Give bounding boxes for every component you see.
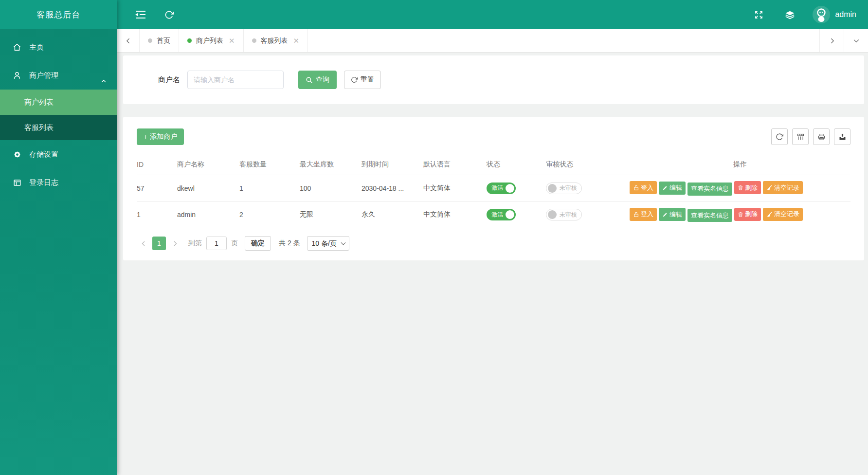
tab-label: 首页	[157, 37, 170, 45]
toggle-label: 未审核	[560, 184, 577, 192]
action-label: 编辑	[669, 183, 682, 192]
home-icon	[12, 42, 22, 52]
status-toggle[interactable]: 激活	[487, 183, 516, 194]
cell-id: 1	[137, 201, 177, 228]
table-columns-button[interactable]	[792, 128, 809, 145]
gear-icon	[12, 149, 22, 159]
user-icon	[12, 71, 22, 80]
sidebar-item-label: 登录日志	[29, 178, 58, 187]
cell-agent-count: 1	[239, 175, 300, 202]
tab-label: 商户列表	[196, 37, 223, 45]
tab-dot	[148, 38, 152, 43]
cell-max-seats: 100	[300, 175, 362, 202]
col-agent-count: 客服数量	[239, 156, 300, 175]
cell-max-seats: 无限	[300, 201, 362, 228]
table-panel: + 添加商户	[123, 117, 864, 260]
confirm-button[interactable]: 确定	[245, 236, 271, 251]
cell-audit-status: 未审核	[546, 201, 630, 228]
table-refresh-button[interactable]	[771, 128, 788, 145]
cell-audit-status: 未审核	[546, 175, 630, 202]
close-icon[interactable]: ✕	[229, 37, 235, 44]
fullscreen-icon[interactable]	[754, 10, 763, 19]
status-toggle[interactable]: 激活	[487, 209, 516, 220]
tab-agent-list[interactable]: 客服列表 ✕	[244, 29, 308, 52]
trash-icon	[738, 184, 743, 191]
broom-icon	[766, 211, 773, 218]
prev-page-button[interactable]	[137, 237, 150, 250]
table-row: 57dkewl11002030-04-18 ...中文简体激活未审核登入编辑查看…	[137, 175, 850, 202]
tab-dot	[187, 38, 192, 43]
edit-button[interactable]: 编辑	[659, 182, 686, 195]
action-label: 删除	[745, 183, 758, 192]
lock-icon	[633, 184, 639, 191]
submenu-item-label: 商户列表	[24, 98, 54, 107]
chevron-up-icon	[100, 77, 108, 86]
col-actions: 操作	[630, 156, 850, 175]
add-merchant-button[interactable]: + 添加商户	[137, 128, 184, 145]
table-header-row: ID 商户名称 客服数量 最大坐席数 到期时间 默认语言 状态 审核状态 操作	[137, 156, 850, 175]
reset-button[interactable]: 重置	[344, 71, 381, 89]
layers-icon[interactable]	[785, 10, 795, 20]
cell-expire-time: 永久	[362, 201, 423, 228]
sidebar-item-merchant-list[interactable]: 商户列表	[0, 90, 117, 115]
cell-default-language: 中文简体	[423, 201, 487, 228]
app-title: 客服总后台	[0, 0, 117, 29]
topbar: admin	[117, 0, 868, 29]
tab-merchant-list[interactable]: 商户列表 ✕	[179, 29, 244, 52]
view-realname-button[interactable]: 查看实名信息	[687, 183, 732, 196]
sidebar-item-login-log[interactable]: 登录日志	[0, 168, 117, 197]
sidebar: 客服总后台 主页 商户管理 商户列表 客服列表	[0, 0, 117, 475]
refresh-icon[interactable]	[164, 10, 174, 19]
tab-home[interactable]: 首页	[140, 29, 179, 52]
trash-icon	[738, 211, 743, 218]
pencil-icon	[662, 212, 668, 218]
print-button[interactable]	[813, 128, 830, 145]
delete-button[interactable]: 删除	[734, 208, 761, 221]
page-unit-label: 页	[231, 239, 238, 248]
sidebar-item-agent-list[interactable]: 客服列表	[0, 115, 117, 140]
sidebar-item-label: 商户管理	[29, 71, 58, 80]
tabs-scroll-right-button[interactable]	[819, 29, 844, 52]
view-realname-button[interactable]: 查看实名信息	[687, 209, 732, 222]
tabs-menu-button[interactable]	[844, 29, 868, 52]
audit-toggle[interactable]: 未审核	[546, 209, 582, 220]
delete-button[interactable]: 删除	[734, 181, 761, 194]
page-number-button[interactable]: 1	[152, 237, 166, 250]
close-icon[interactable]: ✕	[293, 37, 300, 44]
merchant-name-input[interactable]	[187, 71, 284, 89]
total-count-label: 共 2 条	[279, 239, 300, 248]
clear-records-button[interactable]: 清空记录	[763, 208, 803, 221]
next-page-button[interactable]	[168, 237, 181, 250]
export-button[interactable]	[834, 128, 850, 145]
reset-icon	[351, 76, 358, 83]
plus-icon: +	[144, 133, 147, 141]
menu-fold-icon[interactable]	[135, 10, 146, 19]
col-expire-time: 到期时间	[362, 156, 423, 175]
sidebar-item-home[interactable]: 主页	[0, 33, 117, 61]
sidebar-item-label: 主页	[29, 43, 44, 52]
cell-status: 激活	[487, 201, 546, 228]
merchant-table: ID 商户名称 客服数量 最大坐席数 到期时间 默认语言 状态 审核状态 操作 …	[137, 156, 850, 228]
submenu-merchant-management: 商户列表 客服列表	[0, 90, 117, 140]
audit-toggle[interactable]: 未审核	[546, 183, 582, 194]
username[interactable]: admin	[835, 10, 856, 19]
submenu-item-label: 客服列表	[24, 123, 54, 132]
login-button[interactable]: 登入	[630, 181, 657, 194]
tab-dot	[252, 38, 256, 43]
sidebar-item-merchant-management[interactable]: 商户管理	[0, 61, 117, 90]
tabs-scroll-left-button[interactable]	[117, 29, 140, 52]
clear-records-button[interactable]: 清空记录	[763, 181, 803, 194]
toggle-label: 激活	[491, 211, 503, 219]
edit-button[interactable]: 编辑	[659, 208, 686, 221]
col-audit-status: 审核状态	[546, 156, 630, 175]
table-row: 1admin2无限永久中文简体激活未审核登入编辑查看实名信息删除清空记录	[137, 201, 850, 228]
query-button[interactable]: 查询	[298, 71, 337, 89]
sidebar-item-storage-settings[interactable]: 存储设置	[0, 140, 117, 168]
avatar[interactable]	[813, 6, 830, 23]
col-max-seats: 最大坐席数	[300, 156, 362, 175]
action-label: 编辑	[669, 210, 682, 219]
goto-page-input[interactable]	[206, 237, 227, 250]
tabbar: 首页 商户列表 ✕ 客服列表 ✕	[117, 29, 868, 53]
login-button[interactable]: 登入	[630, 208, 657, 221]
page-size-select[interactable]: 10 条/页	[307, 236, 349, 251]
